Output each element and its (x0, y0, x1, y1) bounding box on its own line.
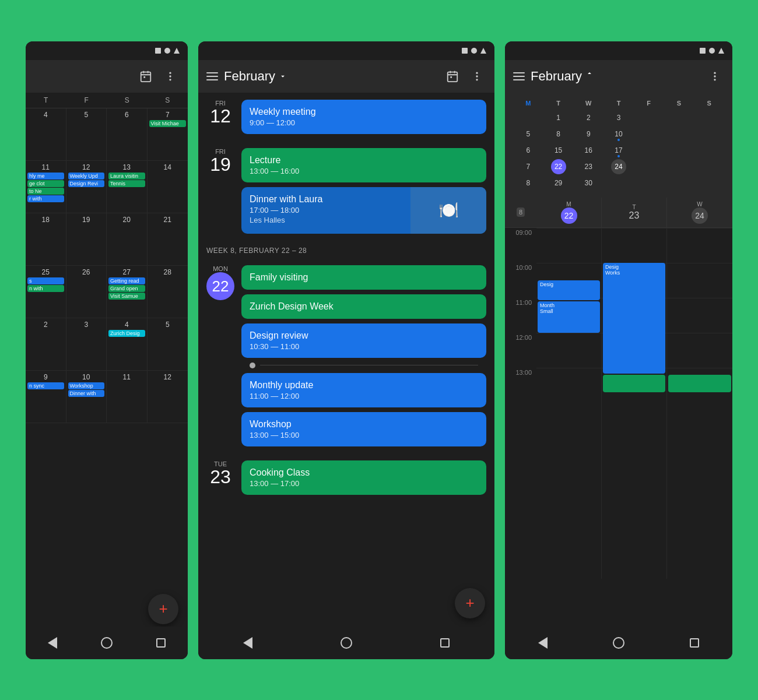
home-button-3[interactable] (609, 634, 628, 652)
event-dinner-laura[interactable]: Dinner with Laura 17:00 — 18:00 Les Hall… (241, 187, 486, 234)
day-cell[interactable]: 27 Getting read Grand open Visit Samue (107, 266, 148, 318)
week-time-grid: 8 09:00 10:00 11:00 12:00 13:00 M 22 T 2… (505, 198, 732, 579)
event-lecture[interactable]: Lecture 13:00 — 16:00 (241, 148, 486, 182)
event-zurich-design[interactable]: Zurich Design Week (241, 294, 486, 319)
mini-day-selected[interactable]: 24 (611, 159, 626, 174)
more-options-icon-3[interactable] (706, 67, 724, 86)
mini-day[interactable] (671, 110, 686, 125)
mini-day[interactable] (701, 126, 717, 142)
mini-day-today[interactable]: 22 (551, 159, 566, 174)
mini-day[interactable] (641, 159, 657, 174)
day-cell[interactable]: 18 (26, 213, 66, 265)
mini-day[interactable]: 8 (521, 175, 536, 191)
mini-day[interactable]: 8 (551, 126, 566, 142)
mini-day[interactable]: 16 (581, 143, 596, 158)
back-button-2[interactable] (238, 634, 257, 652)
event-cooking-class[interactable]: Cooking Class 13:00 — 17:00 (241, 460, 486, 495)
mini-day-dot[interactable]: 17 (611, 143, 626, 158)
week-event-design-review[interactable]: Desig (538, 280, 600, 300)
mini-day[interactable]: 7 (521, 159, 536, 174)
day-cell[interactable]: 11 hly me ge clot to Ne r with (26, 161, 66, 213)
day-cell[interactable]: 12 (148, 371, 188, 423)
week-col-wed24 (667, 228, 732, 579)
mini-day[interactable] (701, 110, 717, 125)
calendar-icon-2[interactable] (443, 67, 462, 86)
fab-add-button-2[interactable]: + (455, 588, 485, 618)
mini-day[interactable]: 3 (611, 110, 626, 125)
mini-day[interactable]: 2 (581, 110, 596, 125)
mini-day[interactable]: 5 (521, 126, 536, 142)
day-cell[interactable]: 12 Weekly Upd Design Revi (66, 161, 107, 213)
mini-week-2: 5 8 9 10 (513, 126, 724, 142)
mini-day[interactable] (611, 175, 626, 191)
recents-button-2[interactable] (436, 634, 454, 652)
day-cell[interactable]: 5 (148, 318, 188, 370)
week-event-green-23[interactable] (603, 375, 665, 392)
month-week-row-5: 2 3 4 Zurich Desig 5 (26, 318, 188, 371)
mini-day[interactable] (521, 110, 536, 125)
fab-add-button[interactable]: + (148, 594, 178, 624)
mini-day[interactable] (671, 159, 686, 174)
mini-day[interactable]: 15 (551, 143, 566, 158)
mini-day[interactable] (641, 110, 657, 125)
week-event-monthly-update[interactable]: MonthSmall (538, 301, 600, 333)
back-button[interactable] (43, 634, 62, 652)
week-event-green-24[interactable] (668, 375, 731, 392)
day-cell[interactable]: 6 (107, 108, 148, 160)
mini-day[interactable]: 29 (551, 175, 566, 191)
mini-day[interactable] (671, 143, 686, 158)
mini-day[interactable] (701, 159, 717, 174)
day-cell[interactable]: 19 (66, 213, 107, 265)
signal-icon-3 (709, 48, 715, 54)
menu-icon-3[interactable] (513, 72, 525, 80)
recents-button[interactable] (152, 634, 170, 652)
mini-day[interactable]: 6 (521, 143, 536, 158)
day-cell[interactable]: 7 Visit Michae (148, 108, 188, 160)
mini-day[interactable]: 9 (581, 126, 596, 142)
day-cell[interactable]: 25 s n with (26, 266, 66, 318)
mini-day[interactable] (641, 126, 657, 142)
back-button-3[interactable] (534, 634, 552, 652)
home-button-2[interactable] (337, 634, 356, 652)
day-cell[interactable]: 11 (107, 371, 148, 423)
week-col-header-tue23[interactable]: T 23 (602, 198, 667, 227)
more-options-icon-2[interactable] (468, 67, 486, 86)
day-cell[interactable]: 3 (66, 318, 107, 370)
day-cell[interactable]: 5 (66, 108, 107, 160)
day-cell[interactable]: 2 (26, 318, 66, 370)
event-design-review[interactable]: Design review 10:30 — 11:00 (241, 323, 486, 358)
mini-day-dot[interactable]: 10 (611, 126, 626, 142)
menu-icon[interactable] (206, 72, 218, 80)
event-family-visiting[interactable]: Family visiting (241, 265, 486, 290)
more-options-icon[interactable] (161, 67, 180, 86)
day-cell[interactable]: 13 Laura visitin Tennis (107, 161, 148, 213)
mini-day[interactable]: 30 (581, 175, 596, 191)
day-cell[interactable]: 4 (26, 108, 66, 160)
day-cell[interactable]: 9 n sync (26, 371, 66, 423)
day-cell[interactable]: 28 (148, 266, 188, 318)
mini-day[interactable] (671, 175, 686, 191)
mini-day[interactable] (671, 126, 686, 142)
event-workshop[interactable]: Workshop 13:00 — 15:00 (241, 412, 486, 446)
day-cell[interactable]: 26 (66, 266, 107, 318)
mini-day[interactable]: 23 (581, 159, 596, 174)
recents-button-3[interactable] (685, 634, 704, 652)
week-event-design-workshop[interactable]: DesigWorks (603, 263, 665, 374)
mini-day[interactable] (701, 143, 717, 158)
day-cell[interactable]: 14 (148, 161, 188, 213)
week-col-header-mon22[interactable]: M 22 (536, 198, 602, 227)
mini-day[interactable]: 1 (551, 110, 566, 125)
mini-day[interactable] (641, 143, 657, 158)
day-cell[interactable]: 4 Zurich Desig (107, 318, 148, 370)
mini-day[interactable] (701, 175, 717, 191)
day-cell[interactable]: 10 Workshop Dinner with (66, 371, 107, 423)
event-monthly-update[interactable]: Monthly update 11:00 — 12:00 (241, 373, 486, 407)
event-weekly-meeting[interactable]: Weekly meeting 9:00 — 12:00 (241, 100, 486, 134)
home-button[interactable] (97, 634, 116, 652)
week-col-header-wed24[interactable]: W 24 (667, 198, 732, 227)
mini-day[interactable] (641, 175, 657, 191)
event-title: Zurich Design Week (250, 301, 478, 312)
calendar-icon[interactable] (136, 67, 155, 86)
day-cell[interactable]: 20 (107, 213, 148, 265)
day-cell[interactable]: 21 (148, 213, 188, 265)
